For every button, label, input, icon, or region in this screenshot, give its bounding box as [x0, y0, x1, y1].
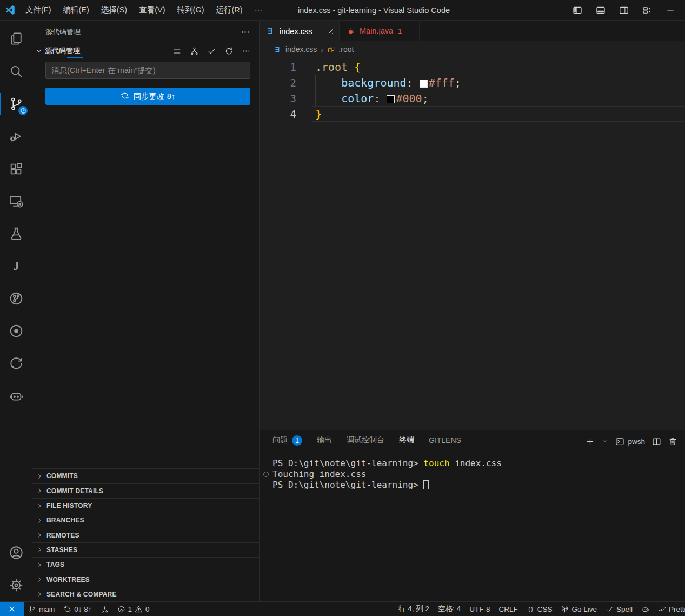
status-problems[interactable]: 10	[113, 602, 154, 616]
status-prettier[interactable]: Prettier	[654, 602, 685, 616]
activity-item-ai-assistant[interactable]	[0, 380, 32, 412]
scm-action-commit-button[interactable]	[205, 45, 218, 57]
panel-tab-GITLENS[interactable]: GITLENS	[429, 436, 461, 447]
menu-view[interactable]: 查看(V)	[133, 5, 171, 15]
split-terminal-button[interactable]	[652, 437, 661, 446]
activity-item-gitlens[interactable]	[0, 282, 32, 315]
terminal-text: Touching index.css	[272, 469, 366, 479]
toggle-primary-sidebar-icon	[573, 5, 582, 15]
sidebar-more-actions-button[interactable]	[240, 27, 250, 37]
css-file-icon	[267, 27, 276, 36]
status-language-mode[interactable]: {}CSS	[522, 602, 557, 616]
close-tab-button[interactable]	[327, 28, 335, 35]
sync-changes-button[interactable]: 同步更改 8↑	[45, 88, 250, 105]
section-remotes[interactable]: REMOTES	[32, 528, 259, 542]
line-number: 3	[260, 92, 296, 104]
command-decoration-icon[interactable]	[263, 472, 269, 477]
toggle-panel-button[interactable]	[596, 5, 606, 15]
code-editor[interactable]: 1.root {2 background: #fff;3 color: #000…	[260, 57, 685, 430]
menu-selection[interactable]: 选择(S)	[95, 5, 133, 15]
menu-run[interactable]: 运行(R)	[210, 5, 248, 15]
chevron-down-icon	[35, 47, 43, 55]
panel-tab-终端[interactable]: 终端	[399, 435, 414, 447]
activity-item-git-graph[interactable]	[0, 347, 32, 380]
section-label: STASHES	[46, 546, 77, 554]
activity-item-explorer[interactable]	[0, 23, 32, 55]
panel-tab-label: 终端	[399, 435, 414, 447]
section-tags[interactable]: TAGS	[32, 557, 259, 572]
status-label: 行 4, 列 2	[398, 604, 429, 614]
activity-item-accounts[interactable]	[0, 536, 32, 569]
section-stashes[interactable]: STASHES	[32, 542, 259, 557]
scm-action-refresh-button[interactable]	[223, 45, 235, 57]
panel-tab-输出[interactable]: 输出	[317, 435, 332, 447]
token-punc: ;	[455, 76, 461, 89]
activity-item-settings[interactable]	[0, 569, 32, 601]
color-swatch[interactable]	[420, 80, 428, 88]
section-branches[interactable]: BRANCHES	[32, 513, 259, 527]
status-branch[interactable]: main	[24, 602, 59, 616]
token-punc: :	[374, 92, 380, 105]
scm-action-more-button[interactable]	[240, 45, 252, 57]
token-brace: }	[315, 108, 322, 121]
activity-item-extensions[interactable]	[0, 153, 32, 185]
activity-item-search[interactable]	[0, 55, 32, 88]
warning-icon	[135, 605, 143, 613]
activity-item-run-and-debug[interactable]	[0, 120, 32, 153]
status-eol[interactable]: CRLF	[494, 602, 522, 616]
status-copilot[interactable]	[637, 602, 654, 616]
code-line-4: 4}	[260, 106, 685, 122]
customize-layout-button[interactable]	[642, 5, 652, 15]
status-encoding[interactable]: UTF-8	[465, 602, 494, 616]
new-terminal-icon	[586, 437, 595, 446]
panel-tab-问题[interactable]: 问题1	[272, 435, 302, 447]
toggle-primary-sidebar-button[interactable]	[573, 5, 582, 15]
activity-item-java[interactable]: J	[0, 250, 32, 282]
launch-profile-dropdown[interactable]	[602, 438, 608, 445]
status-label: Spell	[616, 605, 633, 613]
braces-icon: {}	[527, 605, 535, 613]
tab-index.css[interactable]: index.css	[260, 21, 340, 41]
status-cursor-position[interactable]: 行 4, 列 2	[394, 602, 434, 616]
breadcrumb-item-.root[interactable]: .root	[327, 45, 354, 54]
menu-edit[interactable]: 编辑(E)	[57, 5, 95, 15]
status-go-live[interactable]: Go Live	[556, 602, 601, 616]
scm-action-commit-graph-button[interactable]	[188, 45, 201, 57]
activity-item-gitlens-inspect[interactable]	[0, 315, 32, 347]
status-remote-indicator[interactable]	[0, 602, 24, 616]
minimize-button[interactable]	[666, 5, 675, 15]
section-worktrees[interactable]: WORKTREES	[32, 572, 259, 586]
status-sync-status[interactable]: 0↓ 8↑	[59, 602, 96, 616]
menubar: 文件(F)编辑(E)选择(S)查看(V)转到(G)运行(R)···	[19, 0, 268, 20]
color-swatch[interactable]	[387, 95, 395, 103]
kill-terminal-button[interactable]	[668, 437, 677, 446]
git-graph-icon	[9, 356, 24, 371]
remote-explorer-icon	[9, 194, 24, 209]
tab-label: index.css	[280, 27, 312, 36]
section-commit-details[interactable]: COMMIT DETAILS	[32, 483, 259, 498]
status-spell-checker[interactable]: Spell	[601, 602, 637, 616]
activity-item-remote-explorer[interactable]	[0, 185, 32, 217]
menu-go[interactable]: 转到(G)	[171, 5, 210, 15]
section-commits[interactable]: COMMITS	[32, 468, 259, 483]
section-search-compare[interactable]: SEARCH & COMPARE	[32, 587, 259, 601]
menu-file[interactable]: 文件(F)	[19, 5, 57, 15]
activity-item-testing[interactable]	[0, 217, 32, 250]
terminal[interactable]: PS D:\git\note\git-learning> touch index…	[260, 452, 685, 601]
toggle-secondary-sidebar-button[interactable]	[619, 5, 629, 15]
status-indentation[interactable]: 空格: 4	[434, 602, 465, 616]
activity-item-source-control[interactable]	[0, 88, 32, 120]
tab-Main.java[interactable]: Main.java1	[340, 21, 420, 41]
commit-message-input[interactable]	[45, 62, 250, 79]
section-label: SEARCH & COMPARE	[46, 591, 117, 598]
panel-tab-调试控制台[interactable]: 调试控制台	[347, 435, 384, 447]
menu-more[interactable]: ···	[249, 6, 269, 15]
status-commit-graph[interactable]	[96, 602, 113, 616]
section-file-history[interactable]: FILE HISTORY	[32, 498, 259, 513]
scm-action-view-as-list-button[interactable]	[171, 45, 183, 57]
error-count: 1	[128, 605, 132, 613]
scm-section-header[interactable]: 源代码管理	[32, 43, 259, 58]
breadcrumb-item-index.css[interactable]: index.css	[274, 45, 317, 54]
new-terminal-button[interactable]	[586, 437, 595, 446]
terminal-instance-pwsh[interactable]: pwsh	[615, 437, 645, 446]
